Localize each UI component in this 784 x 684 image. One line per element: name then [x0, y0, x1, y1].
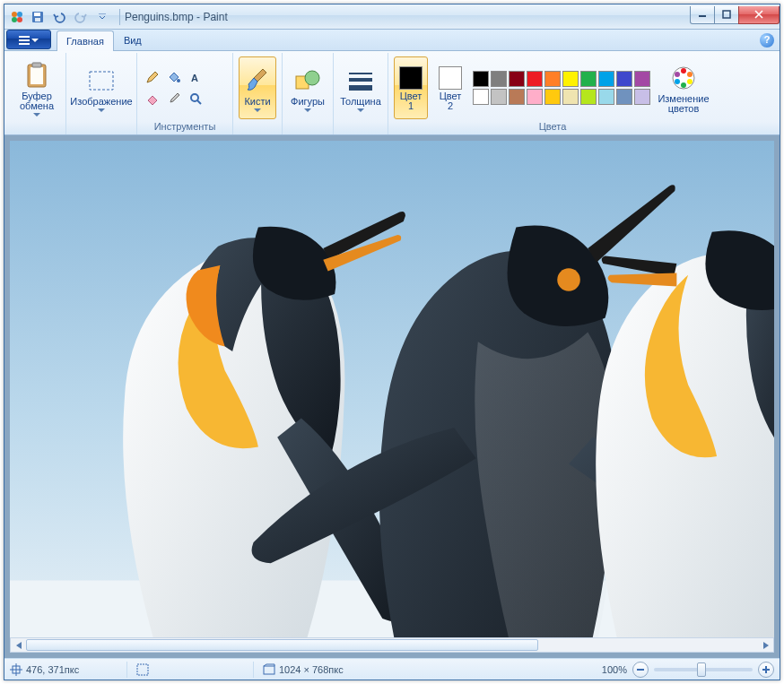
svg-rect-14 [32, 63, 41, 67]
maximize-button[interactable] [714, 6, 739, 24]
svg-point-16 [177, 79, 180, 82]
tab-view[interactable]: Вид [114, 30, 152, 50]
image-label: Изображение [70, 97, 132, 107]
scroll-right-button[interactable] [758, 638, 773, 652]
color2-label: Цвет 2 [440, 91, 462, 111]
canvas-size-value: 1024 × 768пкс [279, 664, 344, 675]
tab-label: Главная [66, 36, 104, 47]
svg-point-18 [191, 94, 198, 101]
color-swatch[interactable] [527, 71, 543, 87]
chevron-down-icon [33, 113, 40, 117]
group-shapes: Фигуры [283, 53, 334, 134]
clipboard-icon [25, 62, 48, 89]
eraser-tool[interactable] [143, 89, 162, 108]
svg-rect-11 [19, 43, 30, 45]
bucket-icon [167, 70, 181, 84]
color-swatch[interactable] [580, 89, 597, 105]
svg-point-0 [12, 12, 17, 17]
canvas-size: 1024 × 768пкс [263, 663, 370, 676]
size-button[interactable]: Толщина [339, 56, 382, 119]
color-swatch[interactable] [473, 71, 489, 87]
color-swatch[interactable] [509, 89, 525, 105]
zoom-controls: 100% [602, 662, 774, 678]
svg-point-26 [687, 72, 693, 77]
color-swatch[interactable] [491, 89, 507, 105]
brushes-label: Кисти [244, 97, 270, 107]
svg-point-28 [681, 82, 686, 88]
svg-rect-10 [19, 39, 30, 41]
image-select-button[interactable]: Изображение [72, 56, 131, 119]
paint-window: Penguins.bmp - Paint Главная Вид ? Буфер… [4, 4, 780, 680]
clipboard-button[interactable]: Буфер обмена [13, 56, 60, 119]
canvas[interactable] [10, 141, 774, 638]
svg-point-2 [12, 17, 17, 22]
colors-group-label: Цвета [394, 121, 711, 134]
color-swatch[interactable] [544, 71, 561, 87]
tools-group-label: Инструменты [143, 121, 227, 134]
svg-rect-5 [34, 13, 40, 16]
scroll-track[interactable] [26, 638, 758, 652]
group-tools: A Инструменты [137, 53, 233, 134]
window-controls [691, 6, 780, 24]
pencil-tool[interactable] [143, 67, 162, 87]
color-swatch[interactable] [598, 71, 614, 87]
group-size: Толщина [334, 53, 388, 134]
color-swatch[interactable] [580, 71, 597, 87]
group-image: Изображение [66, 53, 137, 134]
svg-rect-7 [699, 15, 706, 17]
svg-point-20 [305, 71, 319, 85]
color-swatch[interactable] [473, 89, 489, 105]
svg-rect-36 [264, 666, 274, 674]
shapes-button[interactable]: Фигуры [288, 56, 327, 119]
color-swatch[interactable] [616, 71, 632, 87]
redo-button[interactable] [71, 7, 91, 27]
text-tool[interactable]: A [186, 67, 205, 87]
selection-size [136, 663, 244, 676]
color-swatch[interactable] [598, 89, 614, 105]
horizontal-scrollbar[interactable] [10, 637, 774, 653]
ribbon-tabs: Главная Вид ? [4, 30, 780, 51]
eyedropper-icon [167, 91, 181, 106]
color-swatch[interactable] [527, 89, 543, 105]
svg-rect-6 [35, 18, 40, 22]
tab-home[interactable]: Главная [57, 30, 114, 51]
cursor-position-value: 476, 371пкс [26, 664, 79, 675]
magnifier-tool[interactable] [186, 89, 205, 108]
pencil-icon [145, 70, 160, 84]
zoom-slider-thumb[interactable] [697, 662, 706, 677]
minimize-button[interactable] [690, 6, 715, 24]
svg-point-25 [681, 68, 686, 74]
status-bar: 476, 371пкс 1024 × 768пкс 100% [4, 658, 780, 680]
color-swatch[interactable] [616, 89, 632, 105]
scroll-thumb[interactable] [26, 639, 538, 651]
zoom-in-button[interactable] [758, 662, 774, 678]
fill-tool[interactable] [164, 67, 184, 87]
scroll-left-button[interactable] [11, 638, 26, 652]
brushes-button[interactable]: Кисти [239, 56, 276, 119]
zoom-out-button[interactable] [632, 662, 649, 678]
svg-rect-9 [19, 36, 30, 38]
color-picker-tool[interactable] [164, 89, 184, 108]
color-swatch[interactable] [544, 89, 561, 105]
edit-colors-label: Изменение цветов [658, 94, 709, 114]
edit-colors-button[interactable]: Изменение цветов [656, 56, 711, 119]
save-button[interactable] [28, 7, 48, 27]
separator [119, 9, 123, 25]
color-swatch[interactable] [634, 89, 650, 105]
qat-customize[interactable] [92, 7, 112, 27]
brush-icon [245, 67, 270, 94]
undo-button[interactable] [49, 7, 69, 27]
close-button[interactable] [738, 6, 780, 24]
zoom-slider[interactable] [654, 668, 753, 671]
color-swatch[interactable] [509, 71, 525, 87]
color-swatch[interactable] [634, 71, 650, 87]
color2-button[interactable]: Цвет 2 [433, 56, 467, 119]
color-swatch[interactable] [491, 71, 507, 87]
file-menu-button[interactable] [6, 30, 51, 49]
color1-button[interactable]: Цвет 1 [394, 56, 428, 119]
svg-rect-35 [137, 664, 148, 675]
help-button[interactable]: ? [760, 33, 774, 48]
color-swatch[interactable] [562, 71, 579, 87]
svg-rect-13 [30, 67, 43, 84]
color-swatch[interactable] [562, 89, 579, 105]
